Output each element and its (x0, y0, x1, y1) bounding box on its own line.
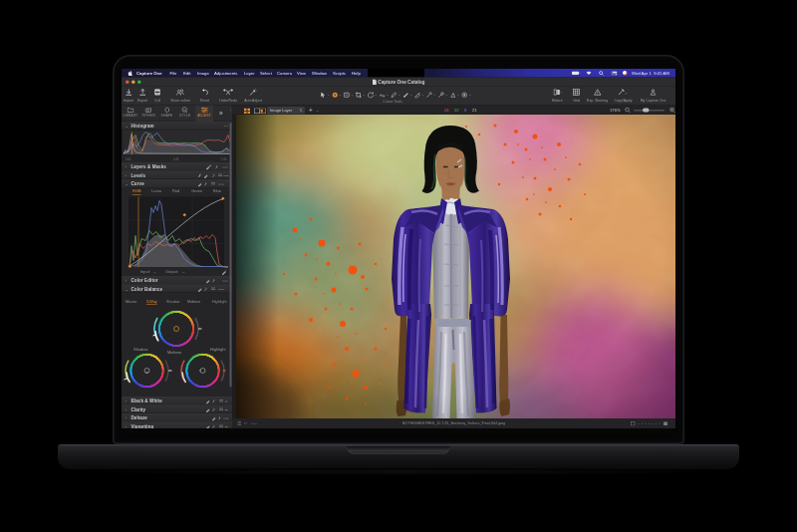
svg-text:Midtone: Midtone (167, 350, 182, 355)
svg-text:Highlight: Highlight (210, 347, 226, 352)
svg-text:0.00: 0.00 (126, 157, 132, 161)
svg-text:0.46: 0.46 (173, 157, 179, 161)
svg-text:1.00: 1.00 (221, 157, 227, 161)
svg-text:Shadow: Shadow (133, 347, 148, 352)
